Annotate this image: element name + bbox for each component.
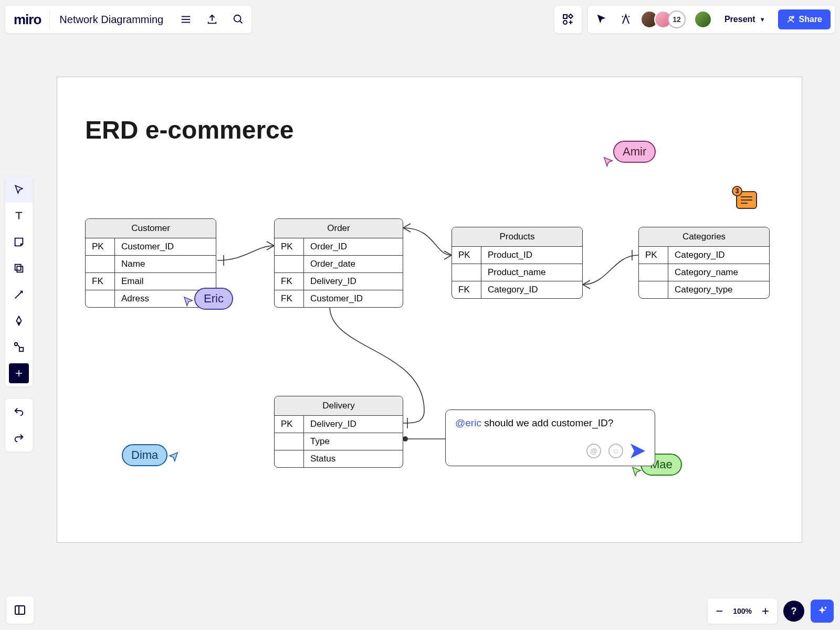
zoom-out-button[interactable]: −: [708, 598, 731, 624]
tool-text[interactable]: [5, 203, 33, 229]
search-icon[interactable]: [225, 6, 251, 33]
entity-title: Customer: [86, 219, 216, 238]
panel-toggle[interactable]: [6, 596, 34, 624]
history-bar: [5, 399, 33, 452]
entity-key: FK: [86, 273, 115, 290]
export-icon[interactable]: [199, 6, 225, 33]
help-button[interactable]: ?: [783, 601, 804, 622]
svg-point-14: [15, 343, 18, 346]
send-icon[interactable]: [631, 444, 645, 458]
comment-count-badge: 3: [732, 186, 742, 196]
board-title[interactable]: Network Diagramming: [50, 14, 173, 26]
entity-key: [639, 264, 668, 281]
entity-attr: Customer_ID: [115, 238, 216, 255]
entity-attr: Order_ID: [304, 238, 403, 255]
entity-products[interactable]: Products PKProduct_IDProduct_nameFKCateg…: [452, 227, 583, 299]
entity-key: [275, 256, 304, 272]
svg-rect-23: [15, 606, 25, 614]
undo-button[interactable]: [5, 399, 33, 425]
mention-icon[interactable]: @: [586, 444, 601, 458]
svg-marker-6: [569, 14, 573, 18]
entity-attr: Status: [304, 450, 403, 467]
entity-key: [639, 281, 668, 298]
menu-icon[interactable]: [173, 6, 199, 33]
share-button[interactable]: Share: [778, 9, 831, 29]
user-cursor-label: Dima: [122, 444, 167, 466]
entity-key: [86, 256, 115, 272]
entity-order[interactable]: Order PKOrder_IDOrder_dateFKDelivery_IDF…: [274, 218, 403, 308]
user-cursor-label: Amir: [613, 141, 656, 163]
present-label: Present: [724, 15, 755, 24]
entity-title: Order: [275, 219, 403, 238]
tool-frame[interactable]: [5, 334, 33, 360]
chevron-down-icon: ▼: [760, 16, 765, 23]
entity-key: [86, 290, 115, 307]
svg-rect-15: [19, 348, 23, 351]
entity-key: PK: [275, 238, 304, 255]
entity-attr: Category_ID: [481, 281, 582, 298]
entity-key: [275, 450, 304, 467]
user-cursor-dima: Dima: [122, 444, 179, 466]
cursor-follow-icon[interactable]: [592, 14, 611, 25]
entity-key: PK: [275, 416, 304, 433]
svg-point-8: [789, 17, 792, 19]
zoom-control: − 100% +: [708, 598, 777, 624]
avatar-count[interactable]: 12: [668, 10, 686, 28]
share-label: Share: [799, 15, 822, 24]
entity-attr: Category_name: [668, 264, 769, 281]
entity-delivery[interactable]: Delivery PKDelivery_IDTypeStatus: [274, 396, 403, 468]
entity-key: FK: [275, 273, 304, 290]
entity-attr: Customer_ID: [304, 290, 403, 307]
entity-attr: Order_date: [304, 256, 403, 272]
comment-input[interactable]: @eric should we add customer_ID? @ ☺: [445, 410, 655, 466]
avatar-me[interactable]: [694, 10, 712, 28]
svg-point-3: [234, 15, 241, 22]
tool-pen[interactable]: [5, 308, 33, 334]
svg-rect-10: [17, 266, 23, 272]
entity-attr: Type: [304, 433, 403, 450]
comment-mention: @eric: [455, 417, 481, 428]
app-logo[interactable]: miro: [5, 12, 49, 28]
redo-button[interactable]: [5, 425, 33, 452]
entity-attr: Delivery_ID: [304, 273, 403, 290]
entity-categories[interactable]: Categories PKCategory_IDCategory_nameCat…: [638, 227, 770, 299]
reactions-icon[interactable]: [616, 13, 635, 26]
left-toolbar: [5, 176, 33, 386]
svg-point-25: [825, 607, 827, 609]
entity-key: FK: [452, 281, 481, 298]
user-cursor-amir: Amir: [602, 141, 656, 163]
present-button[interactable]: Present ▼: [717, 10, 773, 29]
entity-title: Categories: [639, 227, 769, 247]
svg-rect-5: [563, 15, 567, 18]
tool-add[interactable]: [9, 363, 29, 383]
entity-attr: Name: [115, 256, 216, 272]
tool-select[interactable]: [5, 176, 33, 203]
tool-connector[interactable]: [5, 281, 33, 308]
entity-attr: Product_name: [481, 264, 582, 281]
entity-key: FK: [275, 290, 304, 307]
avatar-stack[interactable]: 12: [640, 10, 686, 28]
apps-icon[interactable]: [554, 6, 582, 33]
entity-key: [275, 433, 304, 450]
zoom-in-button[interactable]: +: [754, 598, 777, 624]
emoji-icon[interactable]: ☺: [608, 444, 623, 458]
ai-button[interactable]: [811, 600, 834, 623]
comment-pin[interactable]: 3: [736, 191, 757, 209]
header-left-cluster: miro Network Diagramming: [5, 6, 251, 33]
tool-sticky[interactable]: [5, 229, 33, 255]
collab-cluster: 12 Present ▼ Share: [588, 6, 835, 33]
entity-attr: Delivery_ID: [304, 416, 403, 433]
zoom-level[interactable]: 100%: [731, 607, 754, 615]
entity-title: Delivery: [275, 396, 403, 416]
entity-attr: Category_type: [668, 281, 769, 298]
entity-key: [452, 264, 481, 281]
entity-attr: Category_ID: [668, 247, 769, 264]
entity-key: PK: [452, 247, 481, 264]
canvas-frame[interactable]: [57, 77, 802, 543]
tool-shape[interactable]: [5, 255, 33, 281]
svg-line-12: [15, 292, 22, 299]
comment-text: @eric should we add customer_ID?: [455, 417, 645, 429]
entity-key: PK: [639, 247, 668, 264]
svg-line-4: [240, 21, 243, 24]
frame-title[interactable]: ERD e-commerce: [85, 116, 294, 144]
